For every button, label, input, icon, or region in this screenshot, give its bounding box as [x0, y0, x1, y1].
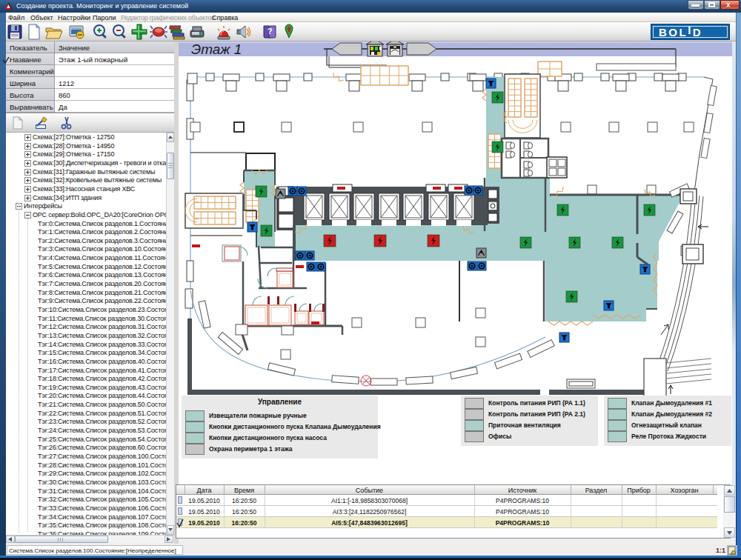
- svg-text:Этаж 1: Этаж 1: [191, 41, 242, 57]
- svg-text:?: ?: [268, 27, 273, 36]
